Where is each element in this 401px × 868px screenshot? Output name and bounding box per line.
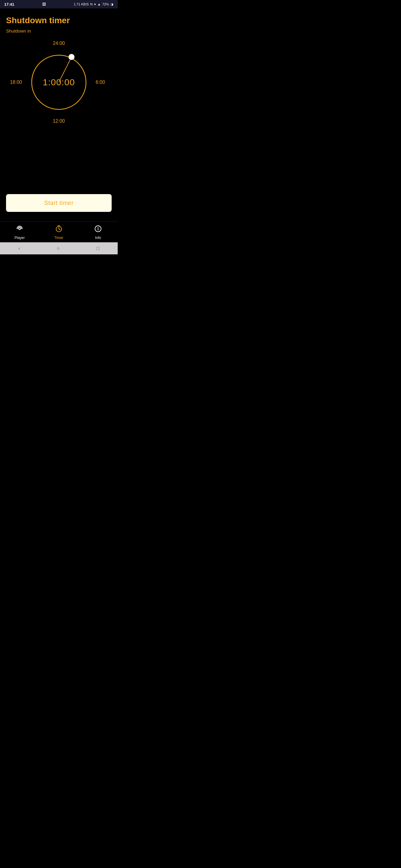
signal-icon: ▲ [97,2,101,6]
clock-dial-area: 24:00 18:00 1:00:00 6:00 12:00 [6,41,112,124]
shutdown-in-label: Shutdown in [6,28,112,33]
battery-icon: ◑ [110,2,113,6]
clock-circle[interactable]: 1:00:00 [26,49,92,116]
svg-point-3 [19,228,21,230]
main-content: Shutdown timer Shutdown in 24:00 18:00 1… [0,8,118,221]
nav-item-timer[interactable]: Timer [39,225,79,240]
gallery-icon: 🖼 [42,2,46,6]
back-button[interactable]: ‹ [19,246,20,251]
status-right: 1.71 KB/S N ▾ ▲ 72% ◑ [74,2,113,6]
clock-label-left: 18:00 [6,80,22,85]
clock-label-right: 6:00 [96,80,112,85]
app-title: Shutdown timer [6,16,112,25]
status-bar: 17:41 🖼 1.71 KB/S N ▾ ▲ 72% ◑ [0,0,118,8]
clock-time-display: 1:00:00 [42,77,75,87]
clock-middle-row: 18:00 1:00:00 6:00 [6,49,112,116]
bottom-nav: Player Timer Info [0,221,118,242]
player-icon [16,225,24,235]
svg-point-2 [68,54,75,60]
status-time: 17:41 [4,2,14,7]
clock-label-top: 24:00 [53,41,65,46]
system-nav-bar: ‹ ○ □ [0,242,118,254]
nav-item-info[interactable]: Info [79,225,118,240]
timer-icon [55,225,63,235]
battery-level: 72% [102,2,109,6]
info-icon [94,225,102,235]
recent-button[interactable]: □ [96,246,99,251]
nav-label-info: Info [95,236,101,240]
nav-item-player[interactable]: Player [0,225,39,240]
start-timer-label: Start timer [44,199,74,206]
nav-label-timer: Timer [54,236,63,240]
wifi-icon: ▾ [94,2,96,6]
speed-label: 1.71 KB/S [74,2,89,6]
nfc-icon: N [90,2,93,6]
nav-label-player: Player [15,236,25,240]
clock-label-bottom: 12:00 [53,119,65,124]
start-timer-button[interactable]: Start timer [6,194,112,212]
home-button[interactable]: ○ [57,246,60,251]
svg-point-7 [98,227,98,227]
